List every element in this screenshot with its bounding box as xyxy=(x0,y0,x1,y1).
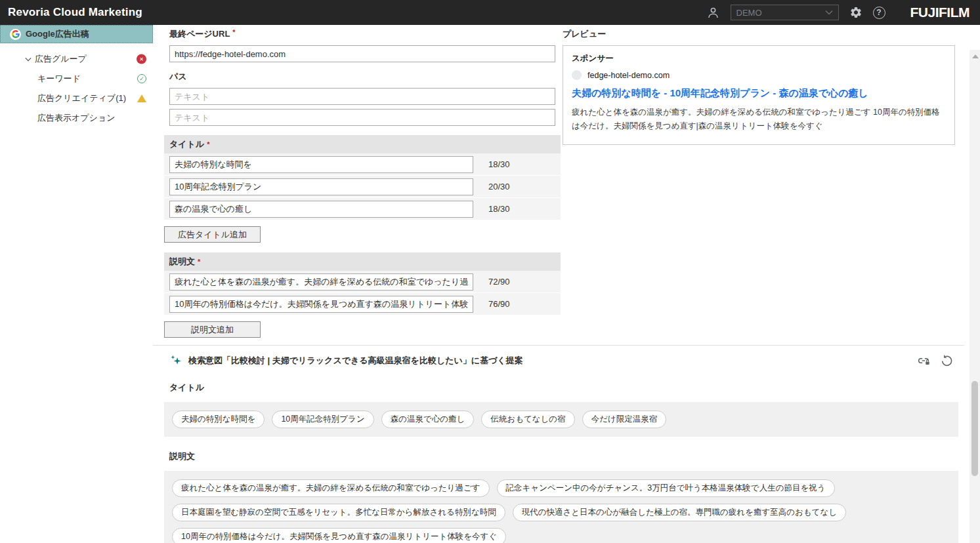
title-section-header: タイトル* xyxy=(164,135,561,153)
ai-sparkle-icon xyxy=(169,354,182,367)
link-lock-icon[interactable] xyxy=(916,353,931,368)
add-description-button[interactable]: 説明文追加 xyxy=(164,321,261,338)
scrollbar-thumb[interactable] xyxy=(971,381,978,476)
preview-ad-description: 疲れた心と体を森の温泉が癒す。夫婦の絆を深める伝統の和室でゆったり過ごす 10周… xyxy=(572,106,946,134)
title-row: 18/30 xyxy=(164,198,561,220)
account-select[interactable]: DEMO xyxy=(731,5,839,20)
description-chip[interactable]: 日本庭園を望む静寂の空間で五感をリセット。多忙な日常から解放される特別な時間 xyxy=(172,504,505,521)
path-input-2[interactable] xyxy=(169,109,555,126)
sidebar-item-label: キーワード xyxy=(37,73,81,85)
check-status-icon: ✓ xyxy=(137,74,146,83)
fujifilm-logo: FUJIFILM xyxy=(910,5,970,20)
required-asterisk: * xyxy=(207,140,209,148)
description-input-1[interactable] xyxy=(169,273,473,291)
warning-status-icon xyxy=(137,94,146,102)
preview-panel: プレビュー スポンサー fedge-hotel-demo.com 夫婦の特別な時… xyxy=(563,28,955,338)
title-chip[interactable]: 伝統おもてなしの宿 xyxy=(481,411,574,428)
google-g-icon xyxy=(10,29,21,40)
title-section: タイトル* 18/30 20/30 18/30 広告タイトル追加 xyxy=(164,135,561,243)
add-title-button[interactable]: 広告タイトル追加 xyxy=(164,226,261,243)
sponsor-label: スポンサー xyxy=(572,53,946,64)
help-icon[interactable]: ? xyxy=(873,7,885,19)
chevron-down-icon xyxy=(825,10,833,15)
preview-label: プレビュー xyxy=(563,28,955,40)
char-count: 20/30 xyxy=(488,182,510,191)
description-chip[interactable]: 現代の快適さと日本の心が融合した極上の宿。専門職の疲れを癒す至高のおもてなし xyxy=(513,504,846,521)
suggestion-title-label: タイトル xyxy=(169,382,964,393)
description-section: 説明文* 72/90 76/90 説明文追加 xyxy=(164,252,561,338)
sidebar-item-google-ads[interactable]: Google広告出稿 xyxy=(0,25,153,43)
sidebar-item-label: 広告グループ xyxy=(35,53,87,65)
sidebar-item-ad-group[interactable]: 広告グループ ✕ xyxy=(0,49,153,69)
title-chip[interactable]: 10周年記念特別プラン xyxy=(272,411,373,428)
description-section-header: 説明文* xyxy=(164,252,561,271)
title-chips-band: 夫婦の特別な時間を 10周年記念特別プラン 森の温泉で心の癒し 伝統おもてなしの… xyxy=(164,402,958,437)
description-chip[interactable]: 記念キャンペーン中の今がチャンス。3万円台で叶う本格温泉体験で人生の節目を祝う xyxy=(497,479,835,497)
description-chip[interactable]: 疲れた心と体を森の温泉が癒す。夫婦の絆を深める伝統の和室でゆったり過ごす xyxy=(172,479,490,497)
char-count: 18/30 xyxy=(488,159,510,169)
error-status-icon: ✕ xyxy=(137,54,146,64)
sidebar: Google広告出稿 広告グループ ✕ キーワード ✓ 広告クリエイティブ(1)… xyxy=(0,25,153,543)
char-count: 18/30 xyxy=(488,204,510,214)
title-chip[interactable]: 今だけ限定温泉宿 xyxy=(582,411,667,428)
description-row: 72/90 xyxy=(164,271,561,293)
path-label: パス xyxy=(169,71,555,83)
account-select-value: DEMO xyxy=(736,8,762,18)
main-content: 最終ページURL* パス タイトル* 18/30 xyxy=(153,25,964,543)
final-url-input[interactable] xyxy=(169,45,555,62)
description-input-2[interactable] xyxy=(169,296,473,313)
path-input-1[interactable] xyxy=(169,88,555,105)
preview-domain: fedge-hotel-demo.com xyxy=(587,71,670,80)
ad-preview-card: スポンサー fedge-hotel-demo.com 夫婦の特別な時間を - 1… xyxy=(563,45,955,145)
title-chip[interactable]: 夫婦の特別な時間を xyxy=(172,411,265,428)
title-input-2[interactable] xyxy=(169,178,473,195)
user-icon[interactable] xyxy=(706,6,720,20)
chevron-down-icon xyxy=(25,56,32,63)
sidebar-item-ad-extensions[interactable]: 広告表示オプション xyxy=(0,108,153,128)
title-input-1[interactable] xyxy=(169,156,473,173)
title-row: 20/30 xyxy=(164,176,561,198)
sidebar-item-ad-creative[interactable]: 広告クリエイティブ(1) xyxy=(0,89,153,108)
suggestion-header: 検索意図「比較検討 | 夫婦でリラックスできる高級温泉宿を比較したい」に基づく提… xyxy=(188,355,523,367)
sidebar-item-label: 広告表示オプション xyxy=(37,112,116,124)
title-chip[interactable]: 森の温泉で心の癒し xyxy=(381,411,475,428)
description-row: 76/90 xyxy=(164,293,561,315)
char-count: 72/90 xyxy=(488,277,510,287)
top-bar: Revoria Cloud Marketing DEMO ? FUJIFILM xyxy=(0,0,980,25)
app-title: Revoria Cloud Marketing xyxy=(8,6,142,19)
char-count: 76/90 xyxy=(488,299,510,309)
refresh-icon[interactable] xyxy=(940,354,954,368)
sidebar-item-label: Google広告出稿 xyxy=(26,28,89,40)
title-row: 18/30 xyxy=(164,153,561,176)
favicon-placeholder-icon xyxy=(572,70,582,80)
vertical-scrollbar[interactable] xyxy=(969,50,980,543)
sidebar-item-label: 広告クリエイティブ(1) xyxy=(37,92,126,104)
suggestion-description-label: 説明文 xyxy=(169,451,964,462)
scroll-up-arrow-icon[interactable] xyxy=(972,54,979,58)
title-input-3[interactable] xyxy=(169,201,473,218)
settings-gear-icon[interactable] xyxy=(849,6,863,19)
required-asterisk: * xyxy=(232,28,235,36)
description-chip[interactable]: 10周年の特別価格は今だけ。夫婦関係を見つめ直す森の温泉リトリート体験を今すぐ xyxy=(172,528,506,543)
preview-ad-title: 夫婦の特別な時間を - 10周年記念特別プラン - 森の温泉で心の癒し xyxy=(572,87,946,100)
sidebar-item-keywords[interactable]: キーワード ✓ xyxy=(0,69,153,89)
required-asterisk: * xyxy=(198,258,200,266)
final-url-label: 最終ページURL* xyxy=(169,28,555,40)
description-chips-band: 疲れた心と体を森の温泉が癒す。夫婦の絆を深める伝統の和室でゆったり過ごす 記念キ… xyxy=(164,471,958,543)
